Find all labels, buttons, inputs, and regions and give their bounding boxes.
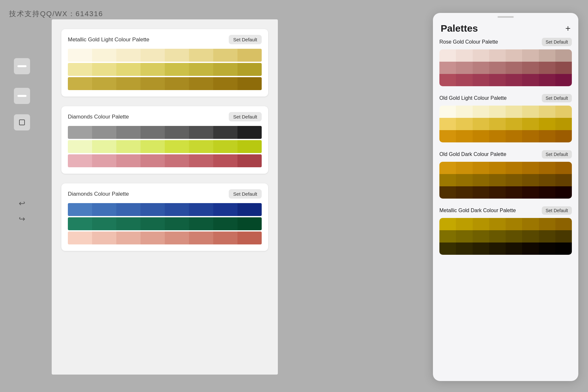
panel-swatch-cell-2-2-0[interactable] (439, 186, 456, 199)
panel-swatch-cell-0-0-4[interactable] (506, 49, 522, 62)
panel-swatch-cell-2-0-0[interactable] (439, 162, 456, 174)
canvas-swatch-cell-0-1-6[interactable] (213, 63, 237, 76)
panel-swatch-cell-3-1-3[interactable] (489, 230, 506, 242)
panel-swatch-cell-0-1-3[interactable] (489, 62, 506, 74)
panel-swatch-cell-3-2-4[interactable] (506, 242, 522, 255)
canvas-swatch-cell-1-2-2[interactable] (116, 154, 141, 167)
panel-swatch-cell-3-0-7[interactable] (555, 218, 572, 230)
canvas-swatch-cell-0-1-0[interactable] (68, 63, 92, 76)
panel-set-default-btn-0[interactable]: Set Default (542, 38, 572, 46)
panel-swatch-cell-3-0-6[interactable] (539, 218, 555, 230)
canvas-swatch-cell-2-0-0[interactable] (68, 203, 92, 216)
canvas-swatch-cell-1-1-2[interactable] (116, 140, 141, 153)
canvas-swatch-cell-2-1-6[interactable] (213, 217, 237, 230)
panel-swatch-cell-3-1-4[interactable] (506, 230, 522, 242)
panel-swatch-cell-2-1-2[interactable] (473, 174, 489, 186)
panel-swatch-cell-2-1-5[interactable] (522, 174, 539, 186)
panel-set-default-btn-2[interactable]: Set Default (542, 150, 572, 159)
canvas-swatch-cell-1-0-1[interactable] (92, 126, 116, 139)
panel-swatch-cell-2-1-4[interactable] (506, 174, 522, 186)
add-palette-button[interactable]: + (565, 24, 571, 33)
panel-swatch-cell-1-2-3[interactable] (489, 130, 506, 142)
panel-swatch-cell-3-2-5[interactable] (522, 242, 539, 255)
panel-swatch-cell-0-0-1[interactable] (456, 49, 472, 62)
canvas-swatch-cell-1-2-1[interactable] (92, 154, 116, 167)
panel-swatch-cell-1-2-5[interactable] (522, 130, 539, 142)
canvas-swatch-cell-2-2-1[interactable] (92, 232, 116, 244)
panel-swatch-cell-1-0-2[interactable] (473, 106, 489, 118)
canvas-swatch-cell-0-2-5[interactable] (189, 77, 213, 90)
panel-swatch-cell-1-2-0[interactable] (439, 130, 456, 142)
panel-swatch-cell-1-2-7[interactable] (555, 130, 572, 142)
panel-swatch-cell-2-0-4[interactable] (506, 162, 522, 174)
canvas-swatch-cell-2-0-3[interactable] (141, 203, 165, 216)
canvas-swatch-cell-2-2-0[interactable] (68, 232, 92, 244)
panel-swatch-cell-1-0-5[interactable] (522, 106, 539, 118)
canvas-swatch-cell-2-0-5[interactable] (189, 203, 213, 216)
canvas-swatch-cell-1-2-3[interactable] (141, 154, 165, 167)
canvas-swatch-cell-0-0-1[interactable] (92, 49, 116, 62)
canvas-swatch-cell-2-0-2[interactable] (116, 203, 141, 216)
panel-set-default-btn-1[interactable]: Set Default (542, 94, 572, 102)
panel-swatch-cell-3-0-4[interactable] (506, 218, 522, 230)
canvas-swatch-cell-0-0-2[interactable] (116, 49, 141, 62)
canvas-swatch-cell-1-0-5[interactable] (189, 126, 213, 139)
panel-swatch-cell-2-0-7[interactable] (555, 162, 572, 174)
panel-swatch-cell-3-2-7[interactable] (555, 242, 572, 255)
canvas-swatch-cell-2-2-6[interactable] (213, 232, 237, 244)
panel-swatch-cell-0-0-5[interactable] (522, 49, 539, 62)
canvas-swatch-cell-0-1-4[interactable] (165, 63, 189, 76)
panel-swatch-cell-2-2-3[interactable] (489, 186, 506, 199)
canvas-swatch-cell-1-0-3[interactable] (141, 126, 165, 139)
panel-swatch-cell-3-2-6[interactable] (539, 242, 555, 255)
canvas-swatch-cell-0-2-7[interactable] (237, 77, 262, 90)
panel-swatch-cell-1-1-0[interactable] (439, 118, 456, 130)
panel-swatch-cell-2-0-2[interactable] (473, 162, 489, 174)
canvas-swatch-cell-0-1-3[interactable] (141, 63, 165, 76)
canvas-swatch-cell-0-2-4[interactable] (165, 77, 189, 90)
canvas-swatch-cell-2-2-2[interactable] (116, 232, 141, 244)
canvas-swatch-cell-1-0-6[interactable] (213, 126, 237, 139)
canvas-swatch-cell-2-0-6[interactable] (213, 203, 237, 216)
canvas-swatch-cell-2-2-4[interactable] (165, 232, 189, 244)
panel-swatch-cell-3-2-1[interactable] (456, 242, 472, 255)
panel-scroll-area[interactable]: Rose Gold Colour PaletteSet DefaultOld G… (433, 38, 578, 381)
panel-swatch-cell-1-0-0[interactable] (439, 106, 456, 118)
canvas-swatch-cell-1-2-7[interactable] (237, 154, 262, 167)
canvas-swatch-cell-0-2-2[interactable] (116, 77, 141, 90)
panel-swatch-cell-1-1-1[interactable] (456, 118, 472, 130)
panel-swatch-cell-0-1-6[interactable] (539, 62, 555, 74)
panel-swatch-cell-0-0-2[interactable] (473, 49, 489, 62)
panel-swatch-cell-0-1-1[interactable] (456, 62, 472, 74)
canvas-swatch-cell-1-1-5[interactable] (189, 140, 213, 153)
canvas-swatch-cell-1-1-4[interactable] (165, 140, 189, 153)
panel-swatch-cell-2-1-0[interactable] (439, 174, 456, 186)
canvas-swatch-cell-2-2-7[interactable] (237, 232, 262, 244)
panel-swatch-cell-0-1-0[interactable] (439, 62, 456, 74)
panel-swatch-cell-2-1-7[interactable] (555, 174, 572, 186)
panel-swatch-cell-2-1-3[interactable] (489, 174, 506, 186)
panel-swatch-cell-1-2-6[interactable] (539, 130, 555, 142)
panel-swatch-cell-0-0-3[interactable] (489, 49, 506, 62)
panel-swatch-cell-1-1-6[interactable] (539, 118, 555, 130)
panel-swatch-cell-0-0-6[interactable] (539, 49, 555, 62)
panel-swatch-cell-3-1-0[interactable] (439, 230, 456, 242)
panel-swatch-cell-1-1-7[interactable] (555, 118, 572, 130)
panel-swatch-cell-0-0-0[interactable] (439, 49, 456, 62)
canvas-swatch-cell-2-1-1[interactable] (92, 217, 116, 230)
canvas-swatch-cell-1-1-1[interactable] (92, 140, 116, 153)
panel-swatch-cell-1-1-5[interactable] (522, 118, 539, 130)
canvas-swatch-cell-0-2-6[interactable] (213, 77, 237, 90)
canvas-swatch-cell-2-1-3[interactable] (141, 217, 165, 230)
panel-swatch-cell-2-0-5[interactable] (522, 162, 539, 174)
panel-swatch-cell-2-2-5[interactable] (522, 186, 539, 199)
panel-swatch-cell-3-1-1[interactable] (456, 230, 472, 242)
panel-swatch-cell-3-1-2[interactable] (473, 230, 489, 242)
toolbar-handle-2[interactable] (14, 88, 30, 104)
canvas-swatch-cell-2-0-4[interactable] (165, 203, 189, 216)
canvas-swatch-cell-1-0-4[interactable] (165, 126, 189, 139)
panel-swatch-cell-0-2-6[interactable] (539, 74, 555, 86)
canvas-swatch-cell-2-1-7[interactable] (237, 217, 262, 230)
panel-swatch-cell-0-2-3[interactable] (489, 74, 506, 86)
toolbar-handle-1[interactable] (14, 58, 30, 74)
